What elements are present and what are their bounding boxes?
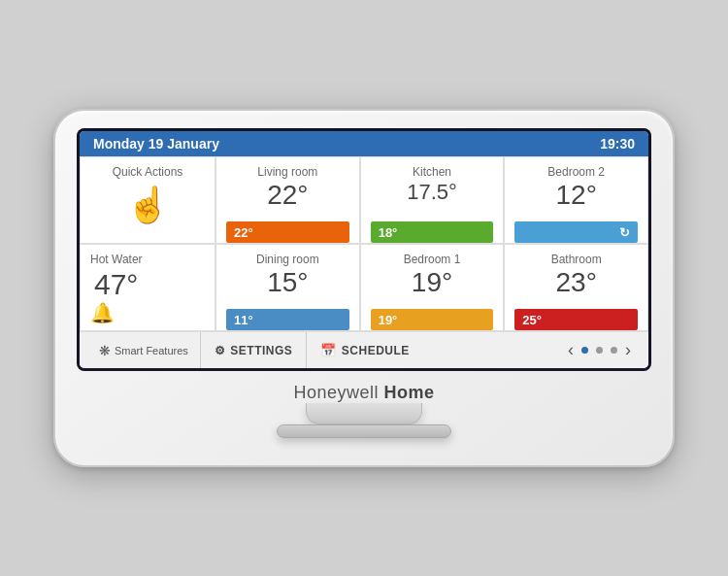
device-stand-base	[277, 424, 451, 438]
room-temp-kitchen: 17.5°	[371, 181, 494, 204]
calendar-icon: 📅	[320, 343, 337, 357]
settings-label: SETTINGS	[230, 344, 292, 357]
room-bar-dining: 11°	[226, 309, 349, 330]
nav-dot-1[interactable]	[581, 347, 588, 354]
room-bar-bedroom1: 19°	[371, 309, 494, 330]
nav-dot-2[interactable]	[596, 347, 603, 354]
hot-water-icon: 🔔	[90, 301, 115, 324]
room-name-kitchen: Kitchen	[371, 165, 494, 179]
header-time: 19:30	[600, 136, 635, 152]
room-temp-bathroom: 23°	[514, 268, 638, 298]
room-set-temp-bedroom1: 19°	[379, 313, 398, 327]
room-name-bedroom2: Bedroom 2	[514, 165, 638, 179]
room-grid: Quick Actions ☝ Living room 22° 22° Kitc…	[80, 156, 648, 331]
hot-water-temp: 47°	[94, 268, 138, 300]
room-temp-dining: 15°	[226, 268, 349, 298]
room-bar-bedroom2: ↻	[514, 221, 638, 243]
touch-icon: ☝	[126, 185, 170, 225]
schedule-button[interactable]: 📅 SCHEDULE	[307, 332, 423, 368]
room-set-temp-dining: 11°	[234, 313, 253, 327]
room-bar-kitchen: 18°	[371, 221, 494, 243]
footer-bar: ❋ Smart Features SETTINGS 📅 SCHEDULE ‹ ›	[80, 331, 648, 368]
smart-icon: ❋	[99, 343, 111, 358]
nav-dot-3[interactable]	[611, 347, 617, 354]
room-temp-bedroom2: 12°	[514, 181, 638, 211]
room-bar-living-room: 22°	[226, 221, 349, 243]
smart-label: Smart Features	[115, 345, 188, 356]
room-tile-dining[interactable]: Dining room 15° 11°	[215, 244, 360, 331]
room-temp-bedroom1: 19°	[371, 268, 494, 298]
room-name-bedroom1: Bedroom 1	[371, 253, 494, 266]
room-tile-kitchen[interactable]: Kitchen 17.5° 18°	[360, 156, 505, 244]
room-name-bathroom: Bathroom	[514, 253, 638, 266]
refresh-icon: ↻	[619, 225, 630, 240]
hot-water-tile[interactable]: Hot Water 47° 🔔	[80, 244, 215, 331]
room-set-temp-living-room: 22°	[234, 225, 253, 240]
room-set-temp-kitchen: 18°	[379, 225, 398, 240]
room-tile-living-room[interactable]: Living room 22° 22°	[215, 156, 360, 244]
brand-label: Honeywell Home	[293, 383, 434, 403]
room-tile-bathroom[interactable]: Bathroom 23° 25°	[504, 244, 648, 331]
smart-features-button[interactable]: ❋ Smart Features	[87, 332, 201, 368]
gear-icon	[215, 344, 226, 357]
thermostat-device: Monday 19 January 19:30 Quick Actions ☝ …	[53, 109, 675, 467]
room-set-temp-bathroom: 25°	[522, 313, 542, 327]
prev-arrow[interactable]: ‹	[568, 340, 574, 360]
room-tile-bedroom1[interactable]: Bedroom 1 19° 19°	[360, 244, 505, 331]
quick-actions-tile[interactable]: Quick Actions ☝	[80, 156, 215, 244]
hot-water-label: Hot Water	[90, 253, 143, 266]
brand-name: Honeywell	[293, 383, 379, 402]
next-arrow[interactable]: ›	[625, 340, 631, 360]
room-temp-living-room: 22°	[226, 181, 349, 211]
header-bar: Monday 19 January 19:30	[80, 131, 648, 156]
room-name-living-room: Living room	[226, 165, 349, 179]
screen: Monday 19 January 19:30 Quick Actions ☝ …	[80, 131, 648, 368]
room-tile-bedroom2[interactable]: Bedroom 2 12° ↻	[504, 156, 648, 244]
settings-button[interactable]: SETTINGS	[201, 332, 308, 368]
screen-bezel: Monday 19 January 19:30 Quick Actions ☝ …	[77, 128, 651, 371]
device-stand	[306, 403, 422, 424]
room-bar-bathroom: 25°	[514, 309, 638, 330]
header-date: Monday 19 January	[93, 136, 219, 152]
room-name-dining: Dining room	[226, 253, 349, 266]
brand-suffix: Home	[384, 383, 435, 402]
nav-controls: ‹ ›	[558, 340, 641, 360]
quick-actions-label: Quick Actions	[113, 165, 183, 179]
schedule-label: SCHEDULE	[342, 344, 410, 357]
